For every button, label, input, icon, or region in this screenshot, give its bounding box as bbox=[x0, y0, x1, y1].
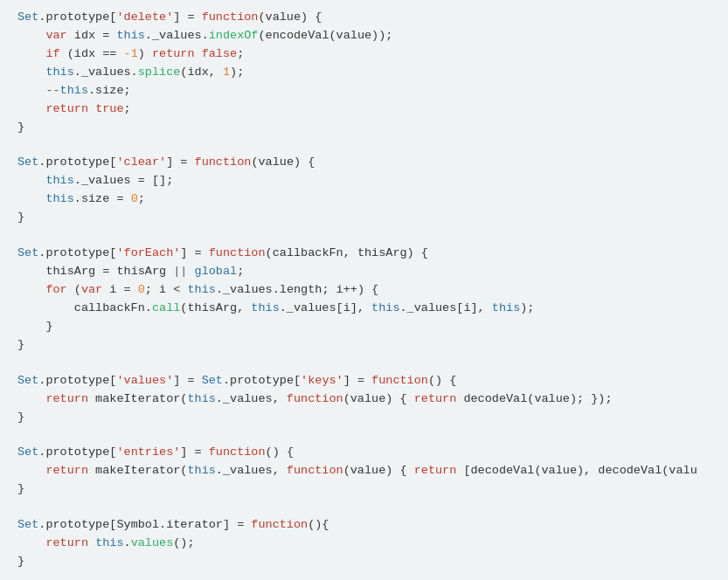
code-line bbox=[0, 499, 728, 516]
code-line bbox=[0, 426, 728, 444]
code-line: Set.prototype['values'] = Set.prototype[… bbox=[0, 372, 728, 390]
code-line bbox=[0, 136, 728, 154]
code-line: } bbox=[0, 119, 728, 137]
code-line bbox=[0, 355, 728, 372]
code-line: Set.prototype[Symbol.iterator] = functio… bbox=[0, 516, 728, 535]
code-line: for (var i = 0; i < this._values.length;… bbox=[0, 281, 728, 300]
code-line: this.size = 0; bbox=[0, 190, 728, 209]
code-line: this._values.splice(idx, 1); bbox=[0, 64, 728, 82]
code-editor: Set.prototype['delete'] = function(value… bbox=[0, 0, 728, 580]
code-line: Set.prototype['forEach'] = function(call… bbox=[0, 245, 728, 263]
code-line: Set.prototype['delete'] = function(value… bbox=[0, 9, 728, 27]
code-line: if (idx == -1) return false; bbox=[0, 45, 728, 64]
code-line: Set.prototype['entries'] = function() { bbox=[0, 444, 728, 462]
code-line: } bbox=[0, 336, 728, 355]
code-line: return this.values(); bbox=[0, 535, 728, 553]
code-line: thisArg = thisArg || global; bbox=[0, 263, 728, 281]
code-line bbox=[0, 227, 728, 245]
code-line: } bbox=[0, 480, 728, 499]
code-line: return true; bbox=[0, 100, 728, 119]
code-content: Set.prototype['delete'] = function(value… bbox=[0, 9, 728, 571]
code-line: } bbox=[0, 209, 728, 227]
code-line: return makeIterator(this._values, functi… bbox=[0, 390, 728, 409]
code-line: var idx = this._values.indexOf(encodeVal… bbox=[0, 27, 728, 45]
code-line: callbackFn.call(thisArg, this._values[i]… bbox=[0, 300, 728, 318]
code-line: } bbox=[0, 409, 728, 427]
code-line: this._values = []; bbox=[0, 172, 728, 190]
code-line: return makeIterator(this._values, functi… bbox=[0, 462, 728, 480]
code-line: } bbox=[0, 318, 728, 336]
code-line: } bbox=[0, 553, 728, 571]
code-line: --this.size; bbox=[0, 82, 728, 100]
code-line: Set.prototype['clear'] = function(value)… bbox=[0, 154, 728, 172]
